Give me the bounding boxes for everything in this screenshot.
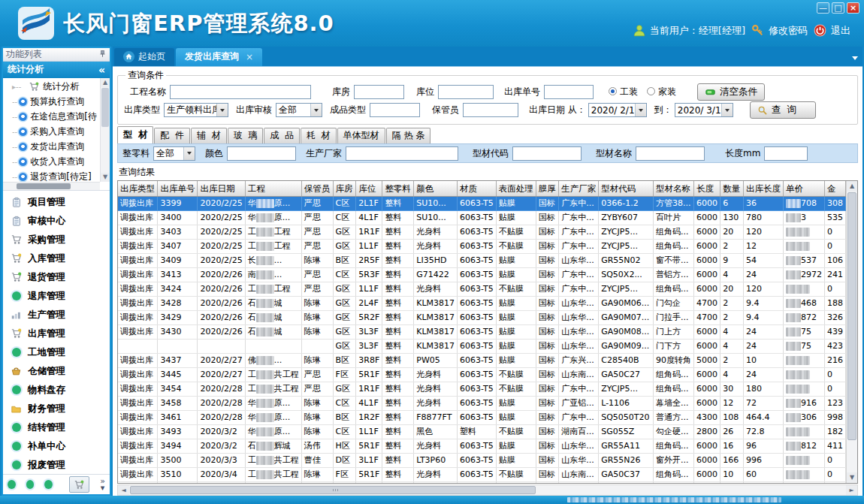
radio-workwear[interactable]: 工装 <box>609 86 638 98</box>
material-tab-5[interactable]: 耗 材 <box>301 128 337 143</box>
module-dot-icon[interactable] <box>26 480 35 489</box>
sidebar-item-补单中心[interactable]: 补单中心 <box>3 437 110 456</box>
table-row[interactable]: 调拨出库34452020/2/27工共工程严思F区5R1F整料光身料6063-T… <box>118 367 846 382</box>
column-header[interactable]: 整零料 <box>382 181 414 196</box>
minimize-button[interactable]: — <box>817 2 829 14</box>
sidebar-item-结转管理[interactable]: 结转管理 <box>3 418 110 437</box>
scroll-right-icon[interactable]: ► <box>846 485 857 495</box>
scroll-thumb[interactable] <box>130 486 536 494</box>
tab-shipment-outbound-query[interactable]: 发货出库查询 × <box>176 48 262 66</box>
search-button[interactable]: 查 询 <box>750 101 816 119</box>
length-input[interactable] <box>764 146 808 161</box>
product-type-input[interactable] <box>370 103 420 117</box>
sidebar-item-财务管理[interactable]: 财务管理 <box>3 400 110 418</box>
table-row[interactable]: 调拨出库34612020/2/28华原...陈琳B区1R2F整料F8877FT6… <box>118 410 846 424</box>
scroll-down-icon[interactable]: ▼ <box>847 472 857 483</box>
code-input[interactable] <box>512 146 582 161</box>
pin-icon[interactable] <box>98 50 107 60</box>
column-header[interactable]: 材质 <box>458 181 497 196</box>
tree-item[interactable]: -- 预算执行查询 <box>5 95 99 110</box>
tree-item[interactable]: -- 发货出库查询 <box>5 140 99 155</box>
logout-link[interactable]: 退出 <box>814 24 850 38</box>
scroll-up-icon[interactable]: ▲ <box>847 181 857 192</box>
grid-vertical-scrollbar[interactable]: ▲ ▼ <box>846 181 857 483</box>
tab-home[interactable]: 起始页 <box>114 48 174 66</box>
table-row[interactable]: 调拨出库34542020/2/28工共工程严思G区1R1F整料光身料6063-T… <box>118 382 846 396</box>
sidebar-group-statistics[interactable]: 统计分析 « <box>3 62 110 78</box>
factory-input[interactable] <box>346 146 458 161</box>
tree-item[interactable]: -- 收货入库查询 <box>5 155 99 170</box>
table-row[interactable]: 调拨出库34372020/2/27佛...陈琳B区3R8F整料PW056063-… <box>118 353 846 367</box>
order-no-input[interactable] <box>544 85 594 99</box>
table-row[interactable]: 调拨出库35122020/3/4工共工程陈琳F区1L2F整料光身料6063-T5… <box>118 481 846 483</box>
table-row[interactable]: 调拨出库35102020/3/4工共工程陈琳F区5R1F整料光身料6063-T5… <box>118 467 846 481</box>
material-tab-4[interactable]: 成 品 <box>264 128 300 143</box>
material-tab-0[interactable]: 型 材 <box>117 126 153 143</box>
tree-horizontal-scrollbar[interactable] <box>3 182 100 190</box>
scroll-left-icon[interactable]: ◄ <box>118 485 129 495</box>
column-header[interactable]: 型材名称 <box>654 181 694 196</box>
table-row[interactable]: 调拨出库33992020/2/25华原...严思C区2L1F整料SU10...6… <box>118 196 846 210</box>
tree-item[interactable]: -- 采购入库查询 <box>5 125 99 140</box>
sidebar-item-退货管理[interactable]: 退货管理 <box>3 268 110 287</box>
date-to-picker[interactable]: 2020/ 3/16 <box>675 103 733 117</box>
column-header[interactable]: 出库单号 <box>158 181 198 196</box>
material-tab-7[interactable]: 隔 热 条 <box>386 128 431 143</box>
location-input[interactable] <box>438 85 494 99</box>
scroll-thumb[interactable] <box>17 183 71 189</box>
column-header[interactable]: 出库日期 <box>198 181 245 196</box>
scroll-up-icon[interactable]: ▲ <box>101 78 110 87</box>
table-row[interactable]: 调拨出库34582020/2/28华原...陈琳C区4L1F整料光身料6063-… <box>118 396 846 410</box>
column-header[interactable]: 出库类型 <box>118 181 158 196</box>
project-name-input[interactable] <box>170 85 311 99</box>
sidebar-item-出库管理[interactable]: 出库管理 <box>3 324 110 343</box>
more-modules-button[interactable]: »▾ <box>100 478 105 491</box>
table-row[interactable]: 调拨出库35002020/3/3工共工程曹佳D区3L1F整料LT3P606063… <box>118 453 846 467</box>
column-header[interactable]: 数量 <box>721 181 744 196</box>
sidebar-item-入库管理[interactable]: 入库管理 <box>3 249 110 268</box>
sidebar-item-采购管理[interactable]: 采购管理 <box>3 231 110 249</box>
scroll-down-icon[interactable]: ▼ <box>101 173 110 182</box>
table-row[interactable]: 调拨出库34002020/2/25华原...严思C区4L1F整料SU10...6… <box>118 210 846 225</box>
scroll-thumb[interactable] <box>101 88 109 127</box>
close-tab-icon[interactable]: × <box>246 52 253 62</box>
table-row[interactable]: 调拨出库34942020/3/2石辉城汤伟H区5R1F整料光身料6063-T5贴… <box>118 439 846 453</box>
column-header[interactable]: 保管员 <box>301 181 333 196</box>
radio-homewear[interactable]: 家装 <box>647 86 676 98</box>
column-header[interactable]: 膜厚 <box>536 181 558 196</box>
scroll-thumb[interactable] <box>847 192 856 440</box>
module-dot-icon[interactable] <box>8 480 16 489</box>
sidebar-item-审核中心[interactable]: 审核中心 <box>3 212 110 231</box>
sidebar-item-物料盘存[interactable]: 物料盘存 <box>3 381 110 400</box>
collapse-icon[interactable]: « <box>98 64 105 76</box>
sidebar-item-工地管理[interactable]: 工地管理 <box>3 343 110 362</box>
table-row[interactable]: 调拨出库34292020/2/26石城陈琳G区5R2F整料KLM38176063… <box>118 310 846 324</box>
date-from-picker[interactable]: 2020/ 2/16 <box>588 103 647 117</box>
column-header[interactable]: 颜色 <box>414 181 458 196</box>
sidebar-item-退库管理[interactable]: 退库管理 <box>3 287 110 306</box>
material-tab-1[interactable]: 配 件 <box>154 128 190 143</box>
clear-conditions-button[interactable]: 清空条件 <box>697 83 765 101</box>
table-row[interactable]: 调拨出库34932020/3/2华原...陈琳C区1L1F整料黑色塑料不贴膜国标… <box>118 424 846 439</box>
tree-root[interactable]: ▸-- 统计分析 <box>5 80 99 95</box>
color-input[interactable] <box>227 146 296 161</box>
column-header[interactable]: 表面处理 <box>496 181 536 196</box>
sidebar-item-仓储管理[interactable]: 仓储管理 <box>3 362 110 381</box>
table-row[interactable]: 调拨出库34282020/2/26石城陈琳G区2L4F整料KLM38176063… <box>118 296 846 310</box>
tree-item[interactable]: -- 在途信息查询[待 <box>5 110 99 125</box>
out-type-select[interactable]: 生产领料出库 <box>164 103 228 117</box>
close-button[interactable]: × <box>847 2 859 14</box>
warehouse-input[interactable] <box>354 85 404 99</box>
tree-vertical-scrollbar[interactable]: ▲ ▼ <box>100 78 110 182</box>
column-header[interactable]: 库房 <box>333 181 356 196</box>
column-header[interactable]: 库位 <box>356 181 382 196</box>
sidebar-item-生产管理[interactable]: 生产管理 <box>3 306 110 324</box>
tree-item[interactable]: -- 退货查询[待定] <box>5 170 99 182</box>
column-header[interactable]: 长度 <box>694 181 721 196</box>
module-dot-icon[interactable] <box>44 480 53 489</box>
change-password-link[interactable]: 修改密码 <box>751 24 808 38</box>
name-input[interactable] <box>636 146 705 161</box>
sidebar-item-项目管理[interactable]: 项目管理 <box>3 193 110 212</box>
tab-list-dropdown-icon[interactable] <box>852 56 858 60</box>
column-header[interactable]: 工程 <box>245 181 301 196</box>
